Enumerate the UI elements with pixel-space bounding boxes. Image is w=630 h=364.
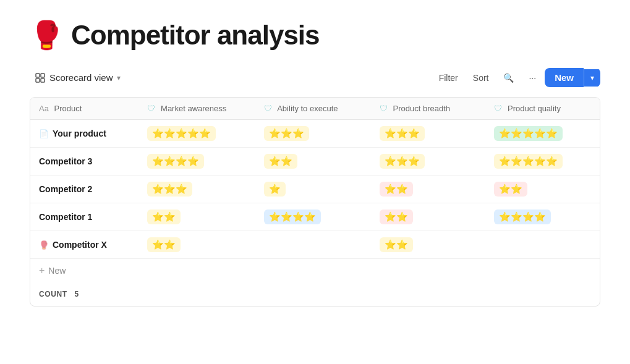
cell-product: 🥊Competitor X [30, 231, 138, 259]
more-icon: ··· [529, 73, 536, 83]
caret-down-icon: ▾ [590, 74, 594, 82]
table-header-row: Aa Product 🛡 Market awareness 🛡 Ability … [30, 98, 600, 120]
star-badge: ⭐⭐ [147, 237, 181, 252]
cell-product-breadth: ⭐⭐ [371, 203, 485, 231]
cell-product: Competitor 1 [30, 203, 138, 231]
star-badge: ⭐⭐⭐⭐ [147, 154, 204, 169]
star-badge: ⭐⭐ [380, 237, 413, 252]
col-header-product[interactable]: Aa Product [30, 98, 138, 120]
svg-rect-3 [41, 78, 45, 82]
cell-product-quality: ⭐⭐⭐⭐⭐ [485, 120, 600, 148]
cell-product-quality: ⭐⭐⭐⭐⭐ [485, 148, 600, 176]
col-header-product-breadth[interactable]: 🛡 Product breadth [371, 98, 485, 120]
star-badge: ⭐⭐ [380, 182, 413, 197]
cell-product-quality [485, 231, 600, 259]
cell-ability-to-execute: ⭐⭐ [255, 148, 371, 176]
cell-product-breadth: ⭐⭐⭐ [371, 148, 485, 176]
search-button[interactable]: 🔍 [497, 69, 520, 87]
table-row[interactable]: 📄Your product ⭐⭐⭐⭐⭐ ⭐⭐⭐ ⭐⭐⭐ ⭐⭐⭐⭐⭐ [30, 120, 600, 148]
doc-icon: 📄 [39, 129, 49, 138]
shield-icon-3: 🛡 [380, 104, 388, 113]
star-badge: ⭐⭐⭐ [380, 154, 425, 169]
add-icon: + [39, 265, 45, 276]
scorecard-view-label: Scorecard view [49, 72, 113, 83]
cell-product-quality: ⭐⭐⭐⭐ [485, 203, 600, 231]
cell-product-breadth: ⭐⭐ [371, 231, 485, 259]
star-badge: ⭐⭐⭐ [380, 126, 425, 141]
star-badge: ⭐ [264, 182, 286, 197]
grid-icon [35, 72, 46, 83]
cell-product-breadth: ⭐⭐ [371, 176, 485, 203]
cell-market-awareness: ⭐⭐⭐ [138, 176, 255, 203]
star-badge: ⭐⭐⭐⭐⭐ [494, 154, 563, 169]
text-type-icon: Aa [39, 104, 49, 113]
table-row[interactable]: 🥊Competitor X ⭐⭐ ⭐⭐ [30, 231, 600, 259]
count-row: COUNT 5 [30, 282, 600, 306]
table-row[interactable]: Competitor 2 ⭐⭐⭐ ⭐ ⭐⭐ ⭐⭐ [30, 176, 600, 203]
cell-ability-to-execute: ⭐⭐⭐⭐ [255, 203, 371, 231]
star-badge: ⭐⭐⭐⭐⭐ [147, 126, 216, 141]
product-name: Competitor 1 [39, 212, 92, 222]
new-button-group: New ▾ [545, 68, 600, 87]
page-title: Competitor analysis [71, 20, 320, 51]
star-badge: ⭐⭐ [147, 210, 181, 224]
toolbar-left: Scorecard view [30, 69, 126, 87]
toolbar-right: Filter Sort 🔍 ··· New ▾ [433, 68, 600, 87]
star-badge: ⭐⭐ [264, 154, 297, 169]
col-label-market-awareness: Market awareness [161, 104, 226, 113]
cell-market-awareness: ⭐⭐ [138, 231, 255, 259]
col-header-ability-to-execute[interactable]: 🛡 Ability to execute [255, 98, 371, 120]
svg-rect-0 [36, 74, 40, 77]
boxing-icon: 🥊 [39, 240, 49, 250]
star-badge: ⭐⭐⭐⭐ [264, 210, 321, 224]
chevron-down-icon [117, 74, 121, 82]
star-badge: ⭐⭐ [380, 210, 413, 224]
filter-button[interactable]: Filter [433, 69, 464, 87]
product-name: Competitor X [53, 240, 107, 250]
shield-icon-2: 🛡 [264, 104, 272, 113]
col-header-market-awareness[interactable]: 🛡 Market awareness [138, 98, 255, 120]
add-new-label: New [48, 266, 66, 276]
cell-market-awareness: ⭐⭐ [138, 203, 255, 231]
search-icon: 🔍 [503, 73, 514, 83]
cell-market-awareness: ⭐⭐⭐⭐⭐ [138, 120, 255, 148]
cell-product: Competitor 2 [30, 176, 138, 203]
star-badge: ⭐⭐⭐ [264, 126, 309, 141]
title-row: 🥊 Competitor analysis [30, 20, 600, 51]
cell-product: 📄Your product [30, 120, 138, 148]
new-button-caret[interactable]: ▾ [584, 69, 600, 87]
cell-ability-to-execute: ⭐⭐⭐ [255, 120, 371, 148]
col-label-product-breadth: Product breadth [393, 104, 451, 113]
svg-rect-2 [36, 78, 40, 82]
toolbar: Scorecard view Filter Sort 🔍 ··· New ▾ [30, 68, 600, 90]
add-new-row[interactable]: + New [30, 258, 600, 282]
sort-button[interactable]: Sort [467, 69, 495, 87]
cell-product-breadth: ⭐⭐⭐ [371, 120, 485, 148]
star-badge: ⭐⭐⭐⭐⭐ [494, 126, 563, 141]
svg-rect-1 [41, 74, 45, 77]
count-value: 5 [74, 290, 79, 298]
cell-market-awareness: ⭐⭐⭐⭐ [138, 148, 255, 176]
filter-label: Filter [439, 73, 458, 83]
cell-product-quality: ⭐⭐ [485, 176, 600, 203]
main-container: 🥊 Competitor analysis Scorecard view [0, 0, 630, 319]
shield-icon-4: 🛡 [494, 104, 502, 113]
star-badge: ⭐⭐⭐⭐ [494, 210, 551, 224]
sort-label: Sort [473, 73, 489, 83]
table-row[interactable]: Competitor 3 ⭐⭐⭐⭐ ⭐⭐ ⭐⭐⭐ ⭐⭐⭐⭐⭐ [30, 148, 600, 176]
new-button[interactable]: New [545, 68, 584, 87]
more-button[interactable]: ··· [522, 69, 542, 87]
data-table: Aa Product 🛡 Market awareness 🛡 Ability … [30, 97, 600, 307]
title-emoji: 🥊 [30, 22, 64, 49]
col-label-ability-to-execute: Ability to execute [277, 104, 338, 113]
product-name: Competitor 3 [39, 156, 92, 166]
table-row[interactable]: Competitor 1 ⭐⭐ ⭐⭐⭐⭐ ⭐⭐ ⭐⭐⭐⭐ [30, 203, 600, 231]
star-badge: ⭐⭐⭐ [147, 182, 192, 197]
scorecard-view-button[interactable]: Scorecard view [30, 69, 126, 87]
cell-ability-to-execute: ⭐ [255, 176, 371, 203]
col-header-product-quality[interactable]: 🛡 Product quality [485, 98, 600, 120]
count-label: COUNT [39, 290, 67, 298]
product-name: Your product [53, 129, 106, 138]
cell-ability-to-execute [255, 231, 371, 259]
product-name: Competitor 2 [39, 184, 92, 194]
